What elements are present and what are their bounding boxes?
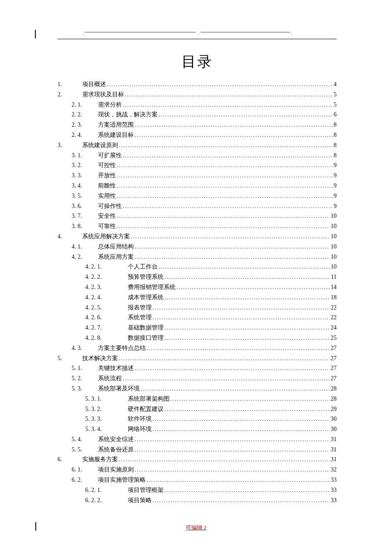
toc-entry[interactable]: 3. 4.前瞻性9 [58,181,337,191]
toc-entry[interactable]: 3. 8.可靠性10 [58,221,337,231]
toc-entry-page: 10 [331,231,337,242]
toc-entry[interactable]: 5. 5.系统备份还原31 [58,445,337,455]
toc-entry[interactable]: 3. 5.实用性9 [58,191,337,201]
toc-entry[interactable]: 5. 3. 1.系统部署架构图28 [58,394,337,404]
toc-entry-page: 10 [331,221,337,231]
toc-entry[interactable]: 6. 1.项目实施原则32 [58,465,337,475]
toc-leader-dots [107,79,333,90]
toc-entry[interactable]: 4. 2. 1.个人工作台10 [58,262,337,272]
toc-entry[interactable]: 5. 3. 4.网络环境30 [58,424,337,434]
toc-entry-number: 4. 2. 2. [85,272,128,282]
toc-entry[interactable]: 3. 7.安全性10 [58,211,337,221]
toc-leader-dots [123,100,333,110]
toc-leader-dots [170,394,330,404]
toc-entry-text: 可靠性 [98,221,116,231]
toc-entry[interactable]: 5. 4.系统安全综述31 [58,434,337,445]
toc-leader-dots [164,292,330,303]
toc-entry[interactable]: 4. 2. 5.报表管理22 [58,303,337,313]
toc-leader-dots [164,404,330,414]
toc-entry[interactable]: 5. 1.关键技术描述27 [58,363,337,373]
toc-entry-page: 24 [331,323,337,333]
toc-leader-dots [159,110,333,120]
toc-entry[interactable]: 2.需求现状及目标5 [58,90,337,100]
toc-entry-text: 项目概述 [82,79,106,90]
toc-entry[interactable]: 4. 1.总体应用结构10 [58,242,337,252]
toc-leader-dots [135,445,330,455]
toc-entry-number: 4. 2. 3. [85,282,128,292]
toc-entry[interactable]: 2. 3.方案适用范围8 [58,120,337,130]
toc-leader-dots [117,221,330,231]
toc-entry[interactable]: 4. 2. 7.基础数据管理24 [58,323,337,333]
toc-entry-number: 4. 2. 6. [85,312,128,323]
toc-entry-number: 2. 2. [72,110,98,120]
toc-entry-page: 10 [331,242,337,252]
toc-entry-text: 可操作性 [98,201,122,211]
toc-entry-number: 5. 1. [72,363,98,373]
toc-entry-page: 5 [334,90,337,100]
toc-entry[interactable]: 5. 3. 2.硬件配置建议29 [58,404,337,414]
toc-leader-dots [153,303,330,313]
toc-entry[interactable]: 6. 2. 1.项目管理框架33 [58,485,337,495]
toc-entry-page: 33 [331,475,337,485]
toc-entry[interactable]: 5.技术解决方案27 [58,353,337,364]
toc-entry-page: 31 [331,454,337,465]
toc-entry-number: 2. 1. [72,100,98,110]
toc-entry[interactable]: 1.项目概述4 [58,79,337,90]
toc-leader-dots [123,373,330,384]
toc-entry[interactable]: 4.系统应用解决方案10 [58,231,337,242]
toc-leader-dots [123,150,333,161]
toc-entry[interactable]: 3. 1.可扩展性8 [58,150,337,161]
toc-leader-dots [125,90,333,100]
toc-leader-dots [135,242,330,252]
toc-entry[interactable]: 4. 2. 6.系统管理22 [58,312,337,323]
toc-leader-dots [135,434,330,445]
toc-entry[interactable]: 3.系统建设原则8 [58,140,337,150]
toc-leader-dots [164,323,330,333]
toc-entry-text: 项目实施原则 [98,465,134,475]
toc-entry-number: 4. 2. 5. [85,303,128,313]
toc-entry-text: 关键技术描述 [98,363,134,373]
toc-leader-dots [153,414,330,424]
toc-entry-text: 系统应用解决方案 [82,231,130,242]
toc-entry-page: 22 [331,312,337,323]
toc-entry-text: 可控性 [98,160,116,171]
toc-entry[interactable]: 3. 6.可操作性9 [58,201,337,211]
toc-leader-dots [147,475,330,485]
toc-entry[interactable]: 6.实施服务方案31 [58,454,337,465]
toc-entry[interactable]: 5. 2.系统流程27 [58,373,337,384]
toc-entry-number: 4. 2. 4. [85,292,128,303]
toc-leader-dots [147,343,330,353]
toc-entry[interactable]: 4. 2. 4.成本管理系统18 [58,292,337,303]
header-annotations: . . . [58,32,337,38]
toc-leader-dots [164,272,330,282]
toc-entry-page: 5 [334,100,337,110]
toc-entry-page: 8 [334,140,337,150]
toc-entry[interactable]: 4. 2. 3.费用报销管理系统14 [58,282,337,292]
toc-entry-page: 10 [331,252,337,262]
toc-entry[interactable]: 3. 2.可控性9 [58,160,337,171]
toc-entry-text: 网络环境 [128,424,152,434]
toc-entry-number: 3. 3. [72,171,98,181]
toc-leader-dots [117,191,333,201]
toc-entry[interactable]: 2. 1.需求分析5 [58,100,337,110]
toc-entry[interactable]: 2. 2.现状，挑战，解决方案6 [58,110,337,120]
toc-entry[interactable]: 4. 2. 8.数据接口管理25 [58,333,337,343]
toc-entry-text: 系统应用方案 [98,252,134,262]
toc-entry[interactable]: 4. 2.系统应用方案10 [58,252,337,262]
toc-entry-text: 需求分析 [98,100,122,110]
toc-entry-page: 6 [334,110,337,120]
toc-entry-page: 31 [331,434,337,445]
toc-entry[interactable]: 6. 2.项目实施管理策略33 [58,475,337,485]
toc-entry[interactable]: 4. 2. 2.预算管理系统11 [58,272,337,282]
toc-entry-text: 系统流程 [98,373,122,384]
toc-entry[interactable]: 4. 3.方案主要特点总结27 [58,343,337,353]
toc-leader-dots [117,211,330,221]
toc-entry[interactable]: 5. 3. 3.软件环境30 [58,414,337,424]
toc-entry-text: 项目管理框架 [128,485,164,495]
toc-entry[interactable]: 3. 3.开放性9 [58,171,337,181]
toc-entry-number: 3. 4. [72,181,98,191]
toc-entry[interactable]: 6. 2. 2.项目策略33 [58,495,337,506]
toc-entry[interactable]: 2. 4.系统建设目标8 [58,130,337,140]
toc-entry-page: 10 [331,262,337,272]
toc-entry[interactable]: 5. 3.系统部署及环境28 [58,384,337,394]
